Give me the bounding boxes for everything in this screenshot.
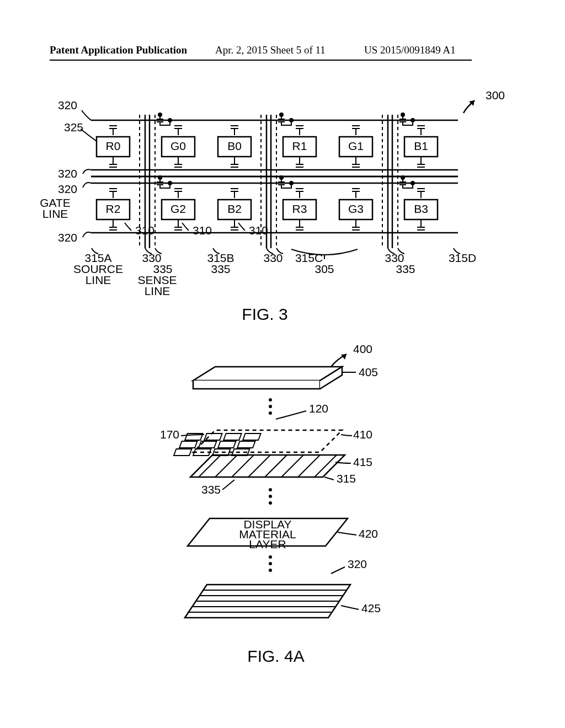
ref-310-c: 310 <box>249 224 268 237</box>
ref-335-c: 335 <box>396 263 415 275</box>
ref-420: 420 <box>359 527 378 540</box>
ref-120: 120 <box>309 402 328 415</box>
dml-3: LAYER <box>249 538 286 550</box>
svg-line-66 <box>324 477 334 480</box>
ref-315D: 315D <box>449 251 476 264</box>
figure-4a: 400 405 120 <box>110 342 452 695</box>
svg-point-30 <box>168 119 172 122</box>
svg-point-31 <box>280 113 283 116</box>
svg-line-67 <box>222 480 234 490</box>
pixel-R2: R2 <box>106 202 121 215</box>
svg-line-63 <box>281 455 303 477</box>
page: Patent Application Publication Apr. 2, 2… <box>0 0 565 728</box>
ref-300: 300 <box>486 89 505 101</box>
svg-point-69 <box>269 495 272 498</box>
pixel-G3: G3 <box>348 202 364 215</box>
ref-410: 410 <box>353 428 372 441</box>
svg-point-39 <box>401 176 404 179</box>
svg-point-44 <box>269 405 272 408</box>
svg-point-71 <box>269 555 272 559</box>
svg-point-45 <box>269 411 272 415</box>
svg-point-70 <box>269 501 272 505</box>
pixel-R3: R3 <box>292 202 307 215</box>
svg-line-64 <box>298 455 320 477</box>
svg-line-59 <box>215 455 237 477</box>
fig3-caption: FIG. 3 <box>242 305 287 323</box>
ref-320-b: 320 <box>58 167 77 180</box>
svg-point-72 <box>269 562 272 565</box>
svg-point-38 <box>290 181 293 185</box>
source-line-2: LINE <box>86 274 111 286</box>
ref-335: 335 <box>201 483 221 496</box>
svg-point-37 <box>280 176 283 179</box>
svg-point-35 <box>158 176 162 179</box>
svg-point-29 <box>158 113 162 116</box>
svg-point-43 <box>269 398 272 402</box>
svg-point-34 <box>411 119 414 122</box>
svg-point-73 <box>269 569 272 572</box>
svg-point-40 <box>411 181 414 185</box>
ref-415: 415 <box>353 456 372 468</box>
svg-line-60 <box>232 455 254 477</box>
ref-305: 305 <box>315 263 334 275</box>
header-rule <box>50 60 472 61</box>
slab-405 <box>193 367 342 389</box>
pixel-B1: B1 <box>414 140 428 152</box>
ref-325: 325 <box>64 121 83 133</box>
ref-330-b: 330 <box>263 251 282 264</box>
header-right: US 2015/0091849 A1 <box>364 44 456 56</box>
page-header: Patent Application Publication Apr. 2, 2… <box>0 44 565 66</box>
pixel-G1: G1 <box>348 140 364 152</box>
pixel-R0: R0 <box>106 140 121 152</box>
ref-310-a: 310 <box>135 224 154 237</box>
pixel-R1: R1 <box>292 140 307 152</box>
pixel-G0: G0 <box>170 140 186 152</box>
svg-rect-49 <box>243 433 260 440</box>
svg-rect-50 <box>179 441 197 448</box>
pixel-G2: G2 <box>170 202 186 215</box>
ref-320: 320 <box>348 558 367 570</box>
svg-point-32 <box>290 119 293 122</box>
ref-320-d: 320 <box>58 231 77 244</box>
svg-line-61 <box>248 455 270 477</box>
svg-line-62 <box>265 455 287 477</box>
sense-line-2: LINE <box>145 285 170 297</box>
svg-rect-52 <box>218 441 236 448</box>
pixel-B3: B3 <box>414 202 428 215</box>
header-left: Patent Application Publication <box>50 44 187 56</box>
ref-310-b: 310 <box>193 224 212 237</box>
header-center: Apr. 2, 2015 Sheet 5 of 11 <box>215 44 326 56</box>
ref-170: 170 <box>160 428 179 441</box>
pixel-B2: B2 <box>227 202 242 215</box>
ref-400: 400 <box>353 342 372 355</box>
svg-rect-48 <box>223 433 241 440</box>
ref-405: 405 <box>359 366 378 378</box>
figure-3: 300 320 325 320 320 GATE LINE 320 <box>33 83 519 325</box>
svg-line-74 <box>331 567 345 574</box>
svg-rect-54 <box>174 449 191 456</box>
ref-315: 315 <box>337 472 356 485</box>
gate-line-2: LINE <box>42 207 68 220</box>
fig4a-caption: FIG. 4A <box>247 647 304 665</box>
ref-335-b: 335 <box>211 263 230 275</box>
ref-320-a: 320 <box>58 99 77 111</box>
svg-rect-53 <box>237 441 255 448</box>
ref-425: 425 <box>361 602 381 614</box>
svg-point-68 <box>269 488 272 491</box>
pixel-B0: B0 <box>227 140 242 152</box>
svg-point-36 <box>168 181 172 185</box>
svg-point-33 <box>401 113 404 116</box>
ref-320-c: 320 <box>58 183 77 195</box>
